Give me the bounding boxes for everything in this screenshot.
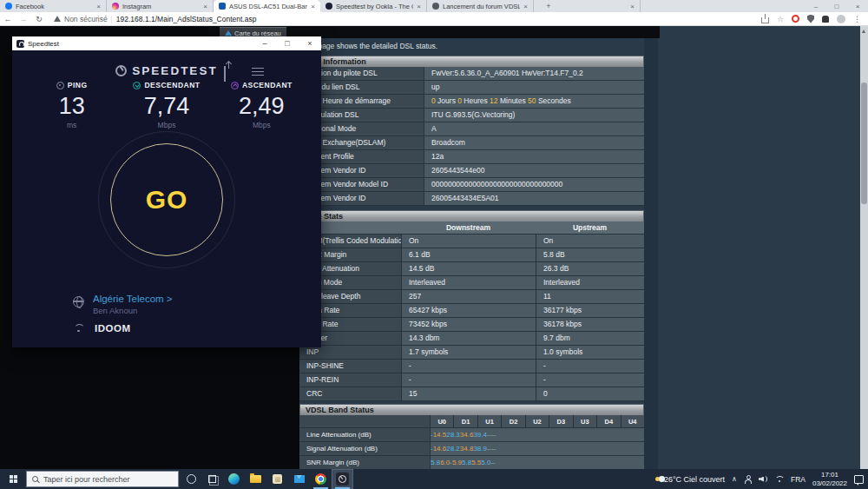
clock[interactable]: 17:01 03/02/2022 (812, 471, 847, 487)
close-icon[interactable]: × (299, 36, 321, 50)
action-center-icon[interactable] (854, 475, 864, 484)
tab-close-icon[interactable]: × (417, 3, 421, 10)
row-label: SNR Margin (dB) (299, 456, 430, 469)
table-row: Data Rate 65427 kbps 36177 kbps (299, 304, 644, 318)
search-input[interactable] (43, 475, 165, 484)
downstream-value: 14.5 dB (401, 262, 536, 275)
edge-icon[interactable] (223, 469, 245, 489)
adblock-extension-icon[interactable] (822, 16, 829, 23)
new-tab-button[interactable]: + (540, 0, 557, 12)
forward-icon[interactable]: → (16, 15, 31, 23)
metric-upload: ASCENDANT 2,49 Mbps (214, 80, 309, 129)
isp-location: Ben Aknoun (93, 306, 173, 315)
speedtest-window: Speedtest – □ × SPEEDTEST PING 13 ms (12, 36, 321, 347)
band-column-header: U0 (430, 415, 453, 427)
tab-instagram[interactable]: Instagram × (107, 0, 214, 12)
tab-close-icon[interactable]: × (523, 3, 528, 10)
downstream-value: 73452 kbps (401, 318, 536, 331)
security-label[interactable]: Non sécurisé (64, 15, 108, 23)
table-row: Path Mode Interleaved Interleaved (299, 276, 644, 290)
downstream-header: Downstream (401, 221, 536, 234)
maximize-icon[interactable]: □ (276, 36, 299, 50)
downstream-value: 257 (401, 290, 536, 303)
scrollbar-thumb[interactable] (861, 83, 867, 204)
metric-label: ASCENDANT (242, 81, 293, 89)
speedtest-title-bar[interactable]: Speedtest – □ × (12, 36, 321, 50)
browser-menu-icon[interactable]: ⋮ (853, 15, 861, 23)
upstream-value: - (536, 373, 644, 387)
language-indicator[interactable]: FRA (791, 475, 806, 484)
metric-icon (133, 82, 141, 89)
dsl-information-section: DSL Information Version du pilote DSL Fw… (299, 56, 644, 206)
speedtest-logo: SPEEDTEST (12, 64, 321, 77)
date: 03/02/2022 (812, 479, 847, 488)
go-button[interactable]: GO (110, 143, 223, 256)
chrome-icon[interactable] (310, 469, 332, 489)
tab-favicon (112, 3, 119, 10)
start-button[interactable] (0, 469, 26, 489)
store-icon[interactable] (266, 469, 288, 489)
upstream-value: 11 (536, 290, 644, 303)
upstream-value: - (536, 360, 644, 373)
scroll-up-icon[interactable] (862, 30, 865, 33)
settings-sliders-icon[interactable] (252, 68, 264, 76)
row-value: up (424, 81, 644, 94)
table-row: SNR Margin (dB) 5.86.0-5.95.85.55.0-- (299, 456, 644, 470)
shield-extension-icon[interactable] (807, 15, 814, 23)
network-icon[interactable] (774, 475, 784, 483)
speedtest-taskbar-icon[interactable] (332, 469, 353, 489)
bookmark-star-icon[interactable]: ☆ (777, 15, 784, 23)
minimize-icon[interactable]: – (253, 36, 276, 50)
volume-icon[interactable] (759, 475, 767, 483)
close-icon[interactable]: × (847, 0, 868, 12)
cortana-icon[interactable] (187, 474, 196, 484)
refresh-icon[interactable]: ↻ (31, 15, 47, 23)
tab-favicon (219, 3, 226, 10)
tab-close-icon[interactable]: × (311, 3, 315, 10)
provider-info: IDOOM (73, 323, 130, 334)
tab-vdsl-forum[interactable]: Lancement du forum VDSL sur l × (427, 0, 534, 12)
upstream-value: 36178 kbps (536, 318, 644, 331)
row-value: 2605443544e00 (424, 164, 644, 177)
back-icon[interactable]: ← (0, 15, 16, 23)
maximize-icon[interactable]: □ (826, 0, 847, 12)
task-view-icon[interactable] (208, 475, 216, 483)
upstream-value: 36177 kbps (536, 304, 644, 317)
not-secure-warning-icon[interactable] (54, 16, 61, 22)
address-bar: ← → ↻ Non sécurisé | 192.168.1.1/Main_Ad… (0, 12, 868, 26)
taskbar-search[interactable] (26, 471, 179, 487)
tray-expand-icon[interactable]: ∧ (732, 475, 737, 483)
extension-red-icon[interactable] (792, 15, 799, 23)
tab-facebook[interactable]: Facebook × (0, 0, 107, 12)
tab-close-icon[interactable]: × (96, 3, 101, 10)
band-column-header: D3 (549, 415, 572, 427)
tab-close-icon[interactable]: × (203, 3, 207, 10)
page-scrollbar[interactable] (860, 26, 868, 469)
weather-text[interactable]: 26°C Ciel couvert (664, 475, 725, 484)
minimize-icon[interactable]: – (806, 0, 826, 12)
file-explorer-icon[interactable] (245, 469, 266, 489)
profile-avatar[interactable] (837, 15, 845, 23)
table-row: Interleave Depth 257 11 (299, 290, 644, 304)
contact-tray-icon[interactable] (744, 475, 752, 483)
speedtest-gauge-icon (115, 65, 127, 76)
row-label: CRC (299, 387, 401, 400)
tab-speedtest[interactable]: Speedtest by Ookla - The Globa × (320, 0, 427, 12)
table-row: DSL Heure de démarrage 0 Jours 0 Heures … (299, 95, 644, 109)
line-stats-column-headers: Downstream Upstream (299, 221, 644, 235)
isp-name-link[interactable]: Algérie Telecom > (93, 294, 173, 304)
band-values: 5.86.0-5.95.85.55.0-- (430, 456, 644, 469)
tab-close-icon[interactable]: × (630, 3, 635, 10)
share-icon[interactable] (761, 17, 769, 23)
tab-title: Speedtest by Ookla - The Globa (336, 3, 413, 10)
table-row: Modulation DSL ITU G.993.5(G.Vectoring) (299, 109, 644, 122)
globe-icon (73, 296, 84, 307)
metric-download: DESCENDANT 7,74 Mbps (119, 80, 214, 129)
downstream-value: 14.3 dbm (401, 332, 536, 345)
tab-asus-router[interactable]: ASUS DSL-AC51 Dual-Band Wir × (214, 0, 320, 12)
tab-title: Lancement du forum VDSL sur l (443, 3, 520, 10)
url-text[interactable]: 192.168.1.1/Main_AdslStatus_Content.asp (116, 15, 257, 23)
band-column-header: D1 (453, 415, 477, 427)
mail-icon[interactable] (288, 469, 310, 489)
band-column-header: U1 (477, 415, 501, 427)
